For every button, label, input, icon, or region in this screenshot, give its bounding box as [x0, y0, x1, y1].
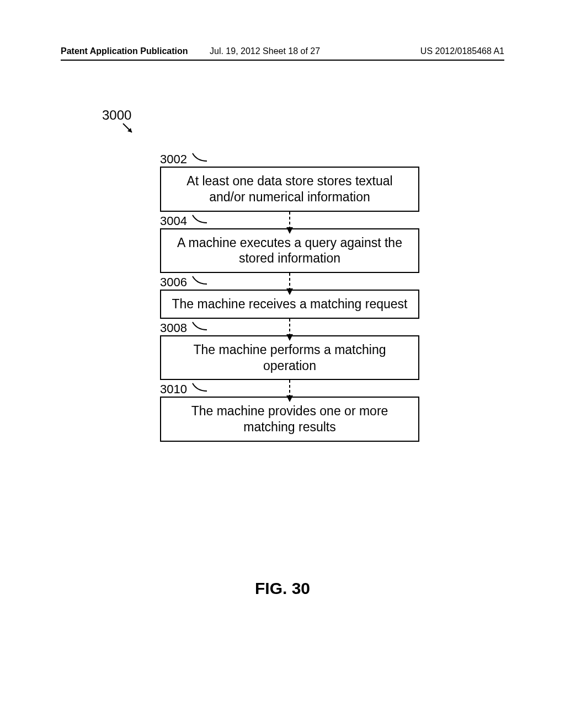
step-number-text: 3002 — [160, 152, 187, 166]
flow-step-box: A machine executes a query against the s… — [160, 228, 419, 274]
header-left: Patent Application Publication — [61, 46, 188, 56]
svg-marker-9 — [286, 395, 293, 402]
step-number: 3002 — [160, 150, 419, 167]
flow-step-box: The machine performs a matching operatio… — [160, 335, 419, 381]
label-connector-icon — [190, 150, 215, 163]
flowchart: 3002 At least one data store stores text… — [160, 149, 419, 442]
reference-arrow-icon — [122, 122, 135, 136]
diagram-reference-number: 3000 — [102, 108, 131, 123]
down-arrow-icon — [286, 380, 294, 402]
flow-step-box: At least one data store stores textual a… — [160, 167, 419, 212]
flow-arrow — [160, 212, 419, 234]
figure-caption: FIG. 30 — [0, 579, 565, 598]
flow-arrow — [160, 380, 419, 402]
down-arrow-icon — [286, 319, 294, 341]
header-rule — [61, 60, 504, 61]
svg-marker-3 — [286, 227, 293, 234]
svg-marker-5 — [286, 288, 293, 295]
header-right: US 2012/0185468 A1 — [420, 46, 504, 56]
svg-marker-7 — [286, 334, 293, 341]
flow-arrow — [160, 273, 419, 295]
down-arrow-icon — [286, 273, 294, 295]
header-mid: Jul. 19, 2012 Sheet 18 of 27 — [210, 46, 320, 56]
down-arrow-icon — [286, 212, 294, 234]
flow-arrow — [160, 319, 419, 341]
flow-step-box: The machine provides one or more matchin… — [160, 397, 419, 442]
